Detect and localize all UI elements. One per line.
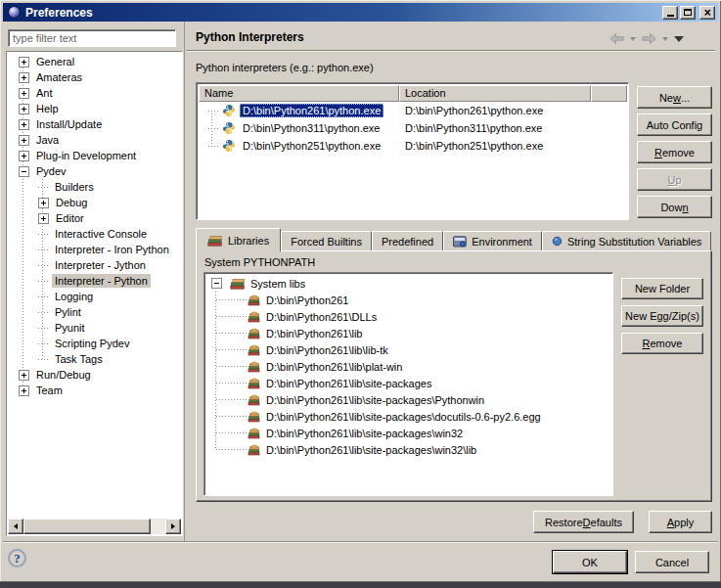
tree-connector bbox=[38, 281, 50, 282]
library-path-item[interactable]: D:\bin\Python261\lib\site-packages\win32… bbox=[206, 441, 611, 458]
sidebar-item-plug-in-development[interactable]: Plug-in Development bbox=[8, 148, 180, 163]
library-path-item[interactable]: D:\bin\Python261\lib bbox=[206, 325, 611, 341]
sidebar-item-java[interactable]: Java bbox=[8, 132, 180, 148]
sidebar-item-general[interactable]: General bbox=[8, 54, 180, 69]
expand-icon[interactable] bbox=[19, 135, 29, 146]
minimize-button[interactable] bbox=[662, 6, 678, 20]
sidebar-item-label: Logging bbox=[52, 290, 96, 303]
sidebar-item-pylint[interactable]: Pylint bbox=[8, 304, 180, 320]
library-path-item[interactable]: D:\bin\Python261\lib\plat-win bbox=[206, 358, 611, 375]
tree-connector bbox=[216, 399, 248, 400]
tree-connector bbox=[216, 366, 248, 367]
interpreter-row[interactable]: D:\bin\Python261\python.exeD:\bin\Python… bbox=[199, 102, 627, 119]
help-button[interactable]: ? bbox=[8, 549, 26, 567]
sidebar-item-interpreter-iron-python[interactable]: Interpreter - Iron Python bbox=[8, 242, 180, 257]
back-icon bbox=[609, 33, 624, 44]
sidebar-item-scripting-pydev[interactable]: Scripting Pydev bbox=[8, 336, 180, 351]
sidebar-hscrollbar[interactable] bbox=[8, 519, 181, 534]
sidebar-item-amateras[interactable]: Amateras bbox=[8, 69, 180, 85]
titlebar[interactable]: Preferences × bbox=[3, 3, 718, 22]
tab-forced-builtins[interactable]: Forced Builtins bbox=[281, 231, 372, 250]
column-header-name[interactable]: Name bbox=[199, 85, 399, 102]
sidebar-item-task-tags[interactable]: Task Tags bbox=[8, 351, 180, 367]
library-new-folder-button[interactable]: New Folder bbox=[621, 278, 703, 299]
expand-icon[interactable] bbox=[19, 385, 29, 396]
tab-predefined[interactable]: Predefined bbox=[372, 231, 443, 250]
collapse-icon[interactable] bbox=[211, 278, 222, 289]
eclipse-logo-icon bbox=[8, 6, 21, 19]
sidebar-item-pydev[interactable]: Pydev bbox=[8, 163, 180, 179]
collapse-icon[interactable] bbox=[19, 166, 29, 177]
expand-icon[interactable] bbox=[19, 119, 29, 130]
interpreter-down-button[interactable]: Down bbox=[637, 196, 712, 218]
interpreter-new-button[interactable]: New... bbox=[637, 86, 712, 109]
system-libs-root[interactable]: System libs bbox=[206, 275, 611, 292]
sidebar-item-interpreter-jython[interactable]: Interpreter - Jython bbox=[8, 257, 180, 273]
column-header-location[interactable]: Location bbox=[399, 85, 591, 102]
library-path-item[interactable]: D:\bin\Python261\lib\site-packages\Pytho… bbox=[206, 391, 611, 408]
expand-icon[interactable] bbox=[19, 88, 29, 99]
expand-icon[interactable] bbox=[19, 57, 29, 68]
interpreter-auto-config-button[interactable]: Auto Config bbox=[637, 113, 712, 136]
expand-icon[interactable] bbox=[19, 151, 29, 161]
expand-icon[interactable] bbox=[38, 213, 49, 224]
sidebar-item-builders[interactable]: Builders bbox=[8, 179, 180, 195]
expand-icon[interactable] bbox=[19, 72, 29, 83]
cancel-button[interactable]: Cancel bbox=[635, 551, 709, 573]
apply-button[interactable]: Apply bbox=[649, 511, 712, 533]
library-path-item[interactable]: D:\bin\Python261\lib\lib-tk bbox=[206, 341, 611, 358]
maximize-button[interactable] bbox=[680, 6, 696, 20]
scroll-right-button[interactable] bbox=[165, 519, 181, 534]
library-path-item[interactable]: D:\bin\Python261\DLLs bbox=[206, 308, 611, 325]
books-icon bbox=[230, 277, 246, 290]
library-path-item[interactable]: D:\bin\Python261 bbox=[206, 292, 611, 308]
view-menu-icon[interactable] bbox=[674, 36, 684, 42]
scroll-left-button[interactable] bbox=[8, 519, 23, 534]
forward-menu-icon[interactable] bbox=[662, 37, 668, 41]
library-new-egg-zip-s-button[interactable]: New Egg/Zip(s) bbox=[621, 305, 703, 327]
close-button[interactable]: × bbox=[699, 6, 715, 20]
interpreter-remove-button[interactable]: Remove bbox=[637, 141, 712, 163]
interpreter-up-button[interactable]: Up bbox=[637, 168, 712, 191]
tree-connector bbox=[208, 111, 220, 112]
tab-string-substitution-variables[interactable]: String Substitution Variables bbox=[542, 231, 711, 250]
ok-button[interactable]: OK bbox=[553, 551, 627, 573]
sidebar-item-logging[interactable]: Logging bbox=[8, 289, 180, 304]
expand-icon[interactable] bbox=[19, 370, 29, 381]
library-path-item[interactable]: D:\bin\Python261\lib\site-packages\win32 bbox=[206, 425, 611, 441]
library-path-item[interactable]: D:\bin\Python261\lib\site-packages\docut… bbox=[206, 408, 611, 425]
tree-connector bbox=[38, 328, 50, 329]
preferences-window: Preferences × GeneralAmaterasAntHelpInst… bbox=[0, 0, 721, 588]
library-remove-button[interactable]: Remove bbox=[621, 333, 703, 354]
sidebar-item-install-update[interactable]: Install/Update bbox=[8, 116, 180, 132]
sidebar-item-interactive-console[interactable]: Interactive Console bbox=[8, 226, 180, 242]
tree-connector bbox=[208, 146, 220, 147]
sidebar-item-interpreter-python[interactable]: Interpreter - Python bbox=[8, 273, 180, 289]
interpreter-row[interactable]: D:\bin\Python311\python.exeD:\bin\Python… bbox=[199, 119, 627, 137]
scrollbar-track[interactable] bbox=[23, 519, 165, 534]
restore-defaults-button[interactable]: Restore Defaults bbox=[533, 511, 634, 533]
sidebar-item-editor[interactable]: Editor bbox=[8, 210, 180, 226]
sidebar-item-pyunit[interactable]: Pyunit bbox=[8, 320, 180, 336]
sidebar-item-label: Pyunit bbox=[52, 321, 88, 335]
back-menu-icon[interactable] bbox=[630, 37, 636, 41]
panel-divider[interactable] bbox=[184, 22, 185, 541]
sidebar-item-ant[interactable]: Ant bbox=[8, 85, 180, 101]
sidebar-item-run-debug[interactable]: Run/Debug bbox=[8, 367, 180, 383]
filter-input[interactable] bbox=[8, 29, 176, 47]
forward-button[interactable] bbox=[642, 33, 656, 44]
libraries-tab-panel: System PYTHONPATH System libsD:\bin\Pyth… bbox=[196, 250, 712, 502]
interpreter-name-cell: D:\bin\Python311\python.exe bbox=[199, 119, 399, 137]
tab-libraries[interactable]: Libraries bbox=[196, 228, 281, 251]
tab-environment[interactable]: Environment bbox=[443, 231, 542, 250]
sidebar-item-debug[interactable]: Debug bbox=[8, 195, 180, 210]
sidebar-item-team[interactable]: Team bbox=[8, 383, 180, 398]
back-button[interactable] bbox=[609, 33, 624, 44]
expand-icon[interactable] bbox=[19, 104, 29, 114]
sidebar-item-help[interactable]: Help bbox=[8, 101, 180, 116]
library-path-item[interactable]: D:\bin\Python261\lib\site-packages bbox=[206, 375, 611, 391]
expand-icon[interactable] bbox=[38, 198, 49, 208]
scrollbar-thumb[interactable] bbox=[23, 519, 151, 534]
interpreter-row[interactable]: D:\bin\Python251\python.exeD:\bin\Python… bbox=[199, 137, 627, 155]
footer-separator bbox=[3, 541, 718, 543]
